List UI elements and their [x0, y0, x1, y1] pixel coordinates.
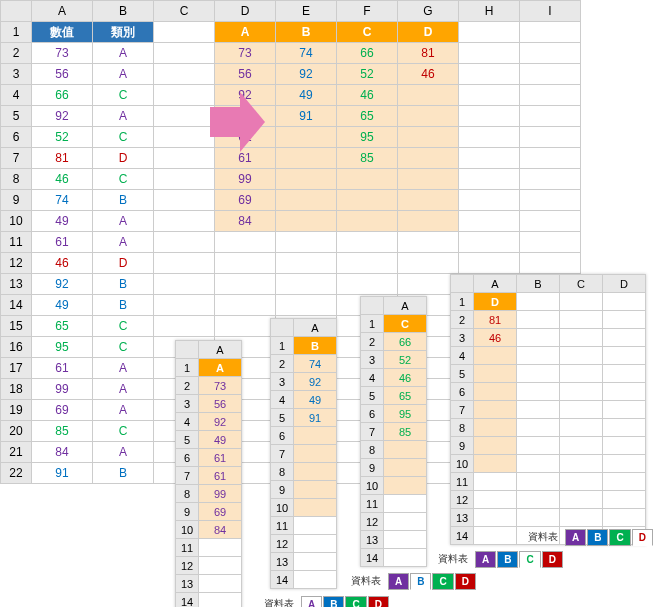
- cell[interactable]: [459, 106, 520, 127]
- mini-cell[interactable]: [199, 539, 242, 557]
- row-hdr[interactable]: 5: [451, 365, 474, 383]
- right-cell[interactable]: [398, 127, 459, 148]
- mini-cell[interactable]: [294, 553, 337, 571]
- mini-cell[interactable]: 52: [384, 351, 427, 369]
- right-cell[interactable]: [398, 106, 459, 127]
- row-hdr[interactable]: 2: [451, 311, 474, 329]
- cell[interactable]: [154, 85, 215, 106]
- cell[interactable]: [154, 274, 215, 295]
- category-cell[interactable]: A: [93, 106, 154, 127]
- mini-cell[interactable]: [384, 513, 427, 531]
- mini-cell[interactable]: 95: [384, 405, 427, 423]
- value-cell[interactable]: 95: [32, 337, 93, 358]
- mini-cell[interactable]: [517, 347, 560, 365]
- cell[interactable]: [520, 22, 581, 43]
- mini-header[interactable]: B: [294, 337, 337, 355]
- row-hdr[interactable]: 9: [451, 437, 474, 455]
- sheet-tab-D[interactable]: D: [368, 596, 389, 608]
- col-hdr[interactable]: A: [384, 297, 427, 315]
- sheet-tab-C[interactable]: C: [609, 529, 630, 546]
- value-cell[interactable]: 99: [32, 379, 93, 400]
- right-cell[interactable]: [398, 169, 459, 190]
- row-hdr[interactable]: 12: [176, 557, 199, 575]
- right-header[interactable]: A: [215, 22, 276, 43]
- category-cell[interactable]: A: [93, 43, 154, 64]
- value-cell[interactable]: 92: [32, 106, 93, 127]
- row-hdr[interactable]: 6: [176, 449, 199, 467]
- mini-cell[interactable]: 81: [474, 311, 517, 329]
- category-cell[interactable]: B: [93, 190, 154, 211]
- row-hdr[interactable]: 10: [451, 455, 474, 473]
- mini-cell[interactable]: [603, 491, 646, 509]
- right-cell[interactable]: 69: [215, 190, 276, 211]
- row-hdr[interactable]: 4: [271, 391, 294, 409]
- row-hdr[interactable]: 15: [1, 316, 32, 337]
- right-cell[interactable]: [337, 190, 398, 211]
- value-cell[interactable]: 49: [32, 295, 93, 316]
- cell[interactable]: [520, 169, 581, 190]
- mini-cell[interactable]: [603, 365, 646, 383]
- mini-cell[interactable]: [517, 509, 560, 527]
- right-cell[interactable]: [398, 190, 459, 211]
- category-cell[interactable]: A: [93, 211, 154, 232]
- row-hdr[interactable]: 8: [176, 485, 199, 503]
- right-cell[interactable]: 73: [215, 43, 276, 64]
- mini-cell[interactable]: [517, 455, 560, 473]
- mini-cell[interactable]: [294, 481, 337, 499]
- mini-cell[interactable]: [560, 293, 603, 311]
- col-hdr-F[interactable]: F: [337, 1, 398, 22]
- right-cell[interactable]: [276, 190, 337, 211]
- sheet-tab-D[interactable]: D: [632, 529, 653, 546]
- mini-cell[interactable]: [474, 401, 517, 419]
- mini-cell[interactable]: [517, 293, 560, 311]
- category-cell[interactable]: A: [93, 442, 154, 463]
- value-cell[interactable]: 84: [32, 442, 93, 463]
- cell[interactable]: [459, 211, 520, 232]
- col-hdr[interactable]: A: [199, 341, 242, 359]
- mini-sheet-D[interactable]: ABCD1D2813464567891011121314: [450, 274, 646, 545]
- sheet-tab-A[interactable]: A: [388, 573, 409, 590]
- cell[interactable]: [459, 22, 520, 43]
- sheet-tab-D[interactable]: D: [542, 551, 563, 568]
- sheet-tab-A[interactable]: A: [475, 551, 496, 568]
- mini-cell[interactable]: [560, 419, 603, 437]
- mini-header[interactable]: A: [199, 359, 242, 377]
- category-cell[interactable]: A: [93, 358, 154, 379]
- row-hdr[interactable]: 5: [176, 431, 199, 449]
- row-hdr[interactable]: 7: [271, 445, 294, 463]
- mini-cell[interactable]: [560, 311, 603, 329]
- row-hdr[interactable]: 3: [361, 351, 384, 369]
- value-cell[interactable]: 46: [32, 169, 93, 190]
- mini-cell[interactable]: [560, 455, 603, 473]
- mini-cell[interactable]: [474, 347, 517, 365]
- corner[interactable]: [361, 297, 384, 315]
- cell[interactable]: [459, 43, 520, 64]
- mini-cell[interactable]: [294, 427, 337, 445]
- cell[interactable]: [154, 64, 215, 85]
- mini-cell[interactable]: [474, 437, 517, 455]
- mini-cell[interactable]: [517, 383, 560, 401]
- col-hdr[interactable]: D: [603, 275, 646, 293]
- right-cell[interactable]: [337, 253, 398, 274]
- row-hdr[interactable]: 10: [361, 477, 384, 495]
- sheet-tab-B[interactable]: B: [497, 551, 518, 568]
- row-hdr[interactable]: 6: [1, 127, 32, 148]
- mini-cell[interactable]: [474, 473, 517, 491]
- row-hdr[interactable]: 12: [451, 491, 474, 509]
- sheet-tab-B[interactable]: B: [323, 596, 344, 608]
- row-hdr[interactable]: 4: [451, 347, 474, 365]
- corner[interactable]: [176, 341, 199, 359]
- value-cell[interactable]: 52: [32, 127, 93, 148]
- mini-cell[interactable]: [517, 491, 560, 509]
- mini-cell[interactable]: 46: [384, 369, 427, 387]
- row-hdr[interactable]: 7: [176, 467, 199, 485]
- sheet-tab-C[interactable]: C: [519, 551, 540, 568]
- cell[interactable]: [520, 190, 581, 211]
- row-hdr[interactable]: 12: [361, 513, 384, 531]
- right-cell[interactable]: 81: [398, 43, 459, 64]
- cell[interactable]: [520, 127, 581, 148]
- value-cell[interactable]: 69: [32, 400, 93, 421]
- mini-cell[interactable]: [560, 509, 603, 527]
- category-cell[interactable]: B: [93, 295, 154, 316]
- col-hdr-B[interactable]: B: [93, 1, 154, 22]
